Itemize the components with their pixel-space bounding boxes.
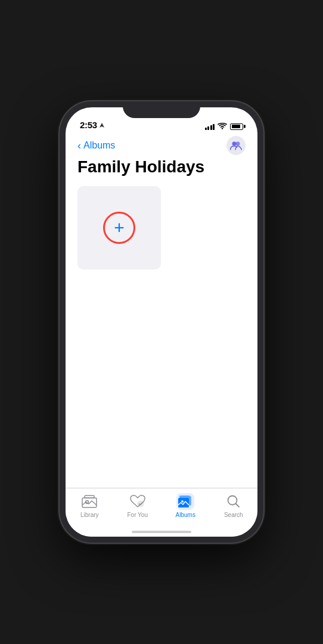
albums-icon <box>178 495 193 508</box>
back-nav: ‹ Albums <box>77 136 246 155</box>
content-area: + <box>66 186 257 488</box>
back-label: Albums <box>83 140 115 151</box>
tab-library[interactable]: Library <box>66 493 114 518</box>
phone-shell: 2:53 <box>60 101 263 543</box>
add-circle: + <box>103 212 135 244</box>
tab-search[interactable]: Search <box>210 493 258 518</box>
screen: 2:53 <box>66 107 257 537</box>
svg-point-0 <box>232 142 237 146</box>
search-icon <box>227 495 240 508</box>
search-label: Search <box>224 512 243 518</box>
signal-bars <box>205 123 215 130</box>
back-chevron-icon: ‹ <box>77 140 81 151</box>
search-icon-wrap <box>225 493 243 510</box>
svg-rect-9 <box>178 498 189 507</box>
nav-header: ‹ Albums Family Holidays <box>66 134 257 186</box>
notch <box>123 101 200 118</box>
albums-label: Albums <box>176 512 195 518</box>
library-label: Library <box>80 512 99 518</box>
svg-point-1 <box>236 142 240 146</box>
tab-albums[interactable]: Albums <box>162 493 210 518</box>
status-time: 2:53 <box>80 120 97 130</box>
svg-rect-3 <box>85 496 94 498</box>
battery-icon <box>230 123 243 130</box>
for-you-icon <box>130 494 145 509</box>
home-indicator <box>132 531 191 533</box>
add-photos-button[interactable]: + <box>77 186 161 270</box>
library-icon <box>82 495 97 508</box>
albums-icon-wrap <box>176 493 194 510</box>
for-you-label: For You <box>128 512 148 518</box>
page-title: Family Holidays <box>77 157 246 177</box>
back-button[interactable]: ‹ Albums <box>77 140 115 151</box>
wifi-icon <box>218 123 227 130</box>
status-icons <box>205 123 244 130</box>
library-icon-wrap <box>80 493 98 510</box>
shared-album-icon[interactable] <box>226 136 246 155</box>
tab-for-you[interactable]: For You <box>114 493 162 518</box>
tab-bar: Library For You <box>66 488 257 537</box>
plus-icon: + <box>114 219 125 237</box>
location-icon <box>99 122 105 128</box>
svg-point-10 <box>181 500 184 503</box>
for-you-icon-wrap <box>129 493 147 510</box>
